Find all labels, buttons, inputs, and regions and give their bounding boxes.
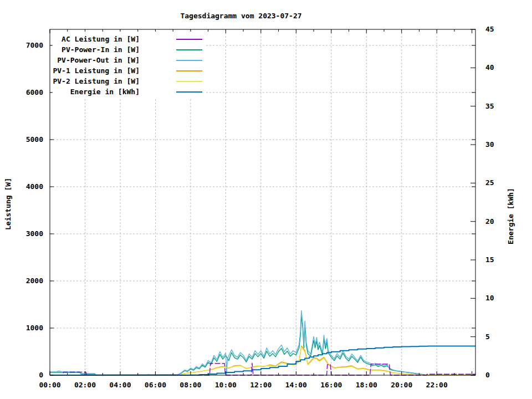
legend-label-pv_out: PV-Power-Out in [W] — [57, 56, 140, 64]
x-tick-label: 06:00 — [145, 381, 166, 389]
x-tick-label: 14:00 — [285, 381, 307, 389]
y-tick-label: 5000 — [26, 135, 43, 144]
y2-tick-label: 15 — [485, 255, 494, 264]
legend-label-pv_in: PV-Power-In in [W] — [62, 45, 140, 54]
x-tick-label: 22:00 — [426, 381, 448, 389]
y-tick-label: 1000 — [26, 324, 43, 332]
x-tick-label: 12:00 — [250, 381, 272, 389]
x-tick-label: 00:00 — [39, 381, 60, 389]
legend-label-energie: Energie in [kWh] — [70, 88, 140, 96]
y-tick-label: 4000 — [26, 182, 43, 191]
y-tick-label: 7000 — [26, 41, 43, 49]
y2-tick-label: 25 — [485, 178, 494, 187]
y2-tick-label: 35 — [485, 102, 494, 110]
line-pv1 — [50, 346, 475, 375]
x-tick-label: 10:00 — [215, 381, 237, 389]
line-pv_out — [50, 311, 475, 375]
y-tick-label: 0 — [39, 371, 43, 379]
x-tick-label: 20:00 — [391, 381, 412, 389]
y-tick-label: 2000 — [26, 277, 43, 285]
y-tick-label: 3000 — [26, 229, 43, 238]
legend-label-pv1: PV-1 Leistung in [W] — [53, 66, 140, 75]
y2-tick-label: 5 — [485, 332, 490, 341]
y2-tick-label: 30 — [485, 140, 494, 149]
x-tick-label: 04:00 — [109, 381, 131, 389]
line-energie — [50, 346, 475, 375]
line-pv2 — [50, 347, 475, 375]
y2-tick-label: 20 — [485, 217, 494, 226]
y-tick-label: 6000 — [26, 88, 43, 96]
x-tick-label: 08:00 — [180, 381, 201, 389]
x-tick-label: 16:00 — [320, 381, 342, 389]
x-tick-label: 18:00 — [356, 381, 377, 389]
legend-label-pv2: PV-2 Leistung in [W] — [53, 77, 140, 85]
x-tick-label: 02:00 — [74, 381, 96, 389]
legend-label-ac: AC Leistung in [W] — [62, 35, 140, 43]
y2-tick-label: 10 — [485, 294, 494, 302]
plot-area: 00:0002:0004:0006:0008:0010:0012:0014:00… — [0, 0, 532, 399]
y2-tick-label: 45 — [485, 25, 494, 33]
tagesdiagramm-chart: Tagesdiagramm vom 2023-07-27 Leistung [W… — [0, 0, 532, 399]
y2-tick-label: 0 — [485, 371, 490, 379]
y2-tick-label: 40 — [485, 63, 494, 71]
